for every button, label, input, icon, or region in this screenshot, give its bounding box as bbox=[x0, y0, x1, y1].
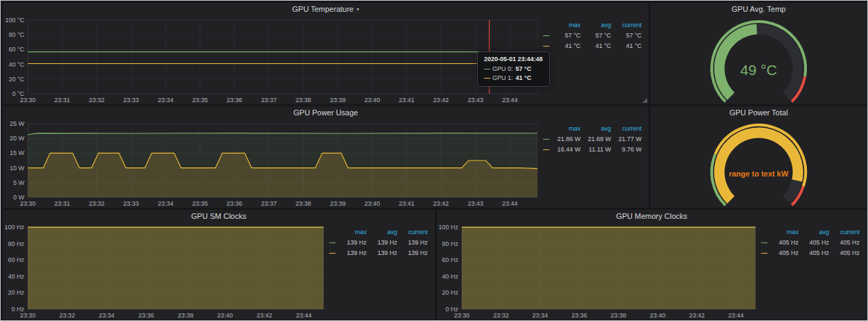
svg-text:80 Hz: 80 Hz bbox=[8, 240, 24, 247]
svg-text:23:36: 23:36 bbox=[138, 312, 154, 319]
svg-text:23:32: 23:32 bbox=[89, 200, 105, 207]
tooltip-series-value: 41 °C bbox=[516, 74, 532, 81]
svg-text:23:40: 23:40 bbox=[365, 200, 381, 207]
panel-resize-handle[interactable] bbox=[642, 98, 647, 103]
svg-text:23:42: 23:42 bbox=[433, 97, 449, 104]
svg-text:23:37: 23:37 bbox=[261, 97, 277, 104]
legend-sort-avg[interactable]: avg bbox=[581, 20, 611, 31]
legend-header-row: maxavgcurrent bbox=[329, 227, 428, 238]
legend-series-gpu-0[interactable]: —GPU 021.86 W21.68 W21.77 W bbox=[543, 134, 642, 145]
chart-tooltip: 2020-05-01 23:44:48 —GPU 0:57 °C —GPU 1:… bbox=[477, 51, 550, 87]
svg-text:23:39: 23:39 bbox=[330, 200, 346, 207]
legend-sort-max[interactable]: max bbox=[550, 124, 581, 134]
gpu-temperature-legend: maxavgcurrent—GPU 057 °C57 °C57 °C—GPU 1… bbox=[543, 16, 649, 104]
panel-gpu-power-usage: GPU Power Usage 0 W5 W10 W15 W20 W25 W23… bbox=[3, 106, 649, 208]
legend-sort-current[interactable]: current bbox=[829, 227, 860, 238]
tooltip-series-value: 57 °C bbox=[516, 65, 532, 72]
gpu-temperature-chart[interactable]: 0 °C20 °C40 °C60 °C80 °C100 °C23:3023:31… bbox=[3, 16, 543, 104]
svg-text:23:41: 23:41 bbox=[399, 97, 415, 104]
svg-text:23:44: 23:44 bbox=[502, 200, 518, 207]
series-fill-gpu-1 bbox=[28, 227, 324, 309]
legend-sort-avg[interactable]: avg bbox=[581, 124, 611, 134]
legend-series-gpu-0[interactable]: —GPU 0405 Hz405 Hz405 Hz bbox=[761, 238, 860, 248]
grafana-dashboard: GPU Temperature▾ 0 °C20 °C40 °C60 °C80 °… bbox=[0, 0, 868, 321]
legend-value: 21.68 W bbox=[581, 134, 611, 145]
legend-series-gpu-0[interactable]: —GPU 057 °C57 °C57 °C bbox=[543, 31, 642, 41]
svg-text:23:35: 23:35 bbox=[192, 97, 208, 104]
legend-header-row: maxavgcurrent bbox=[761, 227, 860, 238]
svg-text:23:40: 23:40 bbox=[650, 312, 666, 319]
legend-value: 139 Hz bbox=[367, 238, 397, 248]
tooltip-timestamp: 2020-05-01 23:44:48 bbox=[484, 56, 543, 63]
panel-title-gpu-temperature[interactable]: GPU Temperature▾ bbox=[3, 3, 649, 16]
panel-title-gpu-sm-clocks[interactable]: GPU SM Clocks bbox=[3, 210, 435, 223]
legend-value: 139 Hz bbox=[397, 248, 428, 258]
panel-title-text: GPU Temperature bbox=[292, 5, 353, 13]
svg-text:40 Hz: 40 Hz bbox=[8, 273, 24, 280]
gpu-power-usage-chart[interactable]: 0 W5 W10 W15 W20 W25 W23:3023:3123:3223:… bbox=[3, 120, 543, 208]
panel-gpu-temperature: GPU Temperature▾ 0 °C20 °C40 °C60 °C80 °… bbox=[3, 3, 649, 104]
legend-sort-max[interactable]: max bbox=[550, 20, 581, 31]
svg-text:23:39: 23:39 bbox=[330, 97, 346, 104]
legend-sort-current[interactable]: current bbox=[611, 124, 642, 134]
svg-text:10 W: 10 W bbox=[10, 165, 25, 172]
panel-title-text: GPU SM Clocks bbox=[191, 212, 246, 220]
svg-text:23:30: 23:30 bbox=[20, 312, 36, 319]
legend-value: 139 Hz bbox=[336, 238, 367, 248]
panel-title-gpu-avg-temp[interactable]: GPU Avg. Temp bbox=[651, 3, 867, 16]
svg-text:23:36: 23:36 bbox=[226, 200, 242, 207]
legend-sort-max[interactable]: max bbox=[768, 227, 799, 238]
legend-value: 57 °C bbox=[611, 31, 642, 41]
panel-title-gpu-power-usage[interactable]: GPU Power Usage bbox=[3, 106, 649, 120]
chevron-down-icon[interactable]: ▾ bbox=[356, 6, 359, 13]
tooltip-series-name: GPU 1: bbox=[492, 74, 513, 81]
legend-sort-current[interactable]: current bbox=[611, 20, 642, 31]
svg-text:23:42: 23:42 bbox=[257, 312, 273, 319]
legend-sort-current[interactable]: current bbox=[397, 227, 428, 238]
panel-title-text: GPU Power Total bbox=[729, 108, 787, 117]
svg-text:100 °C: 100 °C bbox=[5, 17, 24, 24]
series-color-dash: — bbox=[329, 249, 335, 256]
svg-text:23:34: 23:34 bbox=[158, 97, 174, 104]
svg-text:5 W: 5 W bbox=[13, 179, 25, 186]
legend-series-gpu-1[interactable]: —GPU 141 °C41 °C41 °C bbox=[543, 41, 642, 51]
legend-sort-max[interactable]: max bbox=[336, 227, 367, 238]
svg-text:23:40: 23:40 bbox=[365, 97, 381, 104]
legend-value: 405 Hz bbox=[829, 238, 860, 248]
svg-text:23:37: 23:37 bbox=[261, 200, 277, 207]
gpu-sm-clocks-chart[interactable]: 0 Hz20 Hz40 Hz60 Hz80 Hz100 Hz23:3023:32… bbox=[3, 223, 329, 320]
svg-text:40 Hz: 40 Hz bbox=[442, 273, 458, 280]
svg-text:25 W: 25 W bbox=[10, 120, 25, 127]
legend-series-gpu-1[interactable]: —GPU 1139 Hz139 Hz139 Hz bbox=[329, 248, 428, 258]
panel-gpu-power-total: GPU Power Total range to text kW bbox=[651, 106, 867, 208]
legend-sort-avg[interactable]: avg bbox=[367, 227, 397, 238]
svg-text:60 Hz: 60 Hz bbox=[442, 256, 458, 263]
legend-value: 16.44 W bbox=[550, 145, 581, 155]
legend-value: 405 Hz bbox=[768, 248, 799, 258]
svg-text:23:34: 23:34 bbox=[99, 312, 115, 319]
panel-gpu-memory-clocks: GPU Memory Clocks 0 Hz20 Hz40 Hz60 Hz80 … bbox=[437, 210, 867, 320]
legend-series-gpu-1[interactable]: —GPU 116.44 W11.11 W9.76 W bbox=[543, 145, 642, 155]
svg-text:23:31: 23:31 bbox=[54, 97, 70, 104]
series-color-dash: — bbox=[543, 32, 549, 39]
svg-text:80 Hz: 80 Hz bbox=[442, 240, 458, 247]
gpu-avg-temp-gauge bbox=[651, 16, 867, 104]
gpu-temperature-svg: 0 °C20 °C40 °C60 °C80 °C100 °C23:3023:31… bbox=[3, 16, 543, 104]
svg-text:15 W: 15 W bbox=[10, 149, 25, 156]
svg-text:100 Hz: 100 Hz bbox=[438, 224, 458, 231]
legend-series-gpu-1[interactable]: —GPU 1405 Hz405 Hz405 Hz bbox=[761, 248, 860, 258]
svg-text:23:31: 23:31 bbox=[54, 200, 70, 207]
svg-text:23:33: 23:33 bbox=[124, 97, 140, 104]
panel-title-gpu-memory-clocks[interactable]: GPU Memory Clocks bbox=[437, 210, 867, 223]
svg-text:23:32: 23:32 bbox=[89, 97, 105, 104]
legend-value: 11.11 W bbox=[581, 145, 611, 155]
legend-value: 405 Hz bbox=[829, 248, 860, 258]
panel-title-text: GPU Power Usage bbox=[294, 108, 358, 117]
gpu-memory-clocks-chart[interactable]: 0 Hz20 Hz40 Hz60 Hz80 Hz100 Hz23:3023:32… bbox=[437, 223, 761, 320]
legend-sort-avg[interactable]: avg bbox=[799, 227, 829, 238]
svg-text:60 Hz: 60 Hz bbox=[8, 256, 24, 263]
panel-title-gpu-power-total[interactable]: GPU Power Total bbox=[651, 106, 867, 120]
legend-series-gpu-0[interactable]: —GPU 0139 Hz139 Hz139 Hz bbox=[329, 238, 428, 248]
legend-value: 21.86 W bbox=[550, 134, 581, 145]
gauge-value-arc bbox=[719, 133, 798, 200]
